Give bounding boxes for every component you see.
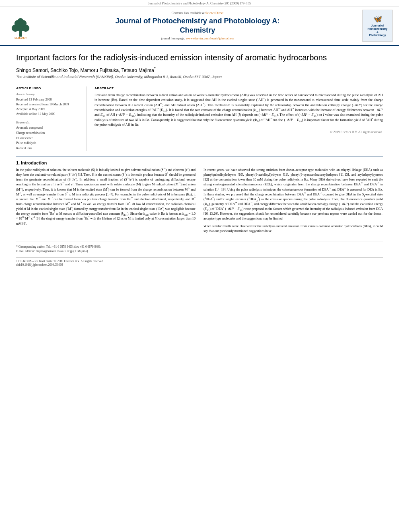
info-abstract-section: ARTICLE INFO Article history: Received 1… [16,83,383,151]
affiliation: The Institute of Scientific and Industri… [16,75,383,79]
body-left-col: In the pulse radiolysis of solution, the… [16,168,195,236]
contents-available-line: Contents lists available at ScienceDirec… [39,11,356,15]
body-columns: In the pulse radiolysis of solution, the… [16,168,383,236]
journal-cover-block: 🦋 Journal of Photochemistry & Photobiolo… [356,10,393,42]
homepage-line: journal homepage: www.elsevier.com/locat… [39,37,356,40]
section-divider [16,156,383,156]
footnote-email: E-mail address: majima@sanken.osaka-u.ac… [16,249,383,253]
abstract-label: ABSTRACT [95,86,383,90]
article-info-col: ARTICLE INFO Article history: Received 1… [16,86,86,151]
footer-bar: 1010-6030/$ – see front matter © 2009 El… [16,257,383,267]
journal-citation: Journal of Photochemistry and Photobiolo… [148,2,251,5]
cover-title: Journal of Photochemistry & Photobiology [368,24,387,37]
article-info-label: ARTICLE INFO [16,86,81,90]
authors-line: Shingo Samori, Sachiko Tojo, Mamoru Fuji… [16,68,383,73]
footnote-corresponding: * Corresponding author. Tel.: +81 6 6879… [16,244,383,249]
introduction-heading: 1. Introduction [16,160,383,165]
keyword-1: Aromatic compound [16,125,81,131]
history-accepted: Accepted 4 May 2009 [16,107,81,112]
top-bar: Journal of Photochemistry and Photobiolo… [0,0,399,6]
abstract-col: ABSTRACT Emission from charge recombinat… [95,86,383,151]
keyword-2: Charge recombination [16,131,81,136]
journal-homepage-link[interactable]: www.elsevier.com/locate/jphotochem [186,37,234,40]
cover-butterfly-icon: 🦋 [373,14,382,23]
sciencedirect-link[interactable]: ScienceDirect [206,11,224,15]
keyword-5: Radical ions [16,146,81,151]
svg-point-7 [18,18,23,24]
article-title: Important factors for the radiolysis-ind… [16,52,383,63]
main-content: Important factors for the radiolysis-ind… [0,46,399,275]
copyright-line: © 2009 Elsevier B.V. All rights reserved… [95,130,383,134]
body-para-1: In the pulse radiolysis of solution, the… [16,168,195,226]
history-revised: Received in revised form 10 March 2009 [16,102,81,107]
body-right-col: In recent years, we have observed the st… [204,168,383,236]
footer-license: 1010-6030/$ – see front matter © 2009 El… [16,259,383,263]
history-received: Received 13 February 2008 [16,97,81,102]
keywords-label: Keywords: [16,121,81,124]
article-history-label: Article history: [16,92,81,96]
journal-header: ELSEVIER Contents lists available at Sci… [0,6,399,46]
history-online: Available online 12 May 2009 [16,112,81,117]
corresponding-mark: * [154,66,156,71]
keywords-block: Keywords: Aromatic compound Charge recom… [16,121,81,151]
journal-title-block: Contents lists available at ScienceDirec… [39,11,356,41]
journal-cover-image: 🦋 Journal of Photochemistry & Photobiolo… [362,10,393,42]
svg-text:ELSEVIER: ELSEVIER [14,37,27,39]
keyword-3: Fluorescence [16,136,81,141]
elsevier-logo: ELSEVIER [6,11,39,40]
body-para-3: When similar results were observed for t… [204,224,383,234]
journal-full-title: Journal of Photochemistry and Photobiolo… [39,16,356,35]
article-history-block: Article history: Received 13 February 20… [16,92,81,117]
footnote-area: * Corresponding author. Tel.: +81 6 6879… [16,242,383,254]
abstract-text: Emission from charge recombination betwe… [95,92,383,127]
keyword-4: Pulse radiolysis [16,141,81,146]
body-para-2: In recent years, we have observed the st… [204,168,383,222]
footer-doi: doi:10.1016/j.jphotochem.2009.05.003 [16,263,383,267]
